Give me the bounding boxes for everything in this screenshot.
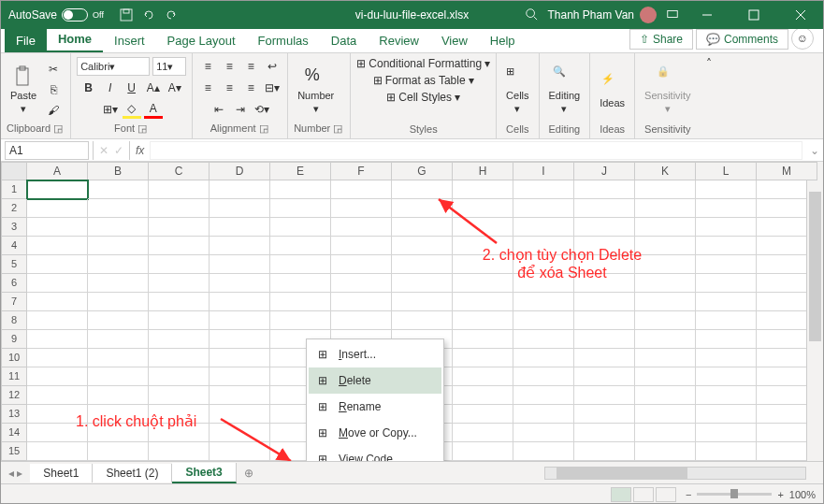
cell[interactable] xyxy=(88,274,149,293)
share-button[interactable]: ⇧Share xyxy=(629,29,693,50)
cell[interactable] xyxy=(574,218,635,237)
cell[interactable] xyxy=(27,424,88,442)
row-header[interactable]: 3 xyxy=(1,218,27,237)
column-header[interactable]: I xyxy=(513,162,574,180)
number-format-button[interactable]: % Number▾ xyxy=(294,64,338,117)
column-header[interactable]: K xyxy=(635,162,696,180)
cell[interactable] xyxy=(149,180,210,199)
cell[interactable] xyxy=(27,199,88,218)
cell[interactable] xyxy=(27,349,88,367)
cell[interactable] xyxy=(331,199,392,218)
cell[interactable] xyxy=(88,293,149,311)
cell[interactable] xyxy=(574,330,635,349)
cells-button[interactable]: ⊞Cells▾ xyxy=(502,64,532,117)
feedback-button[interactable]: ☺ xyxy=(791,27,814,50)
sheet-tab-sheet1-2[interactable]: Sheet1 (2) xyxy=(93,464,172,482)
cell[interactable] xyxy=(513,255,574,274)
tab-insert[interactable]: Insert xyxy=(103,29,156,52)
row-header[interactable]: 9 xyxy=(1,330,27,349)
cell[interactable] xyxy=(270,293,331,311)
cell[interactable] xyxy=(331,180,392,199)
cell[interactable] xyxy=(27,293,88,311)
cell[interactable] xyxy=(88,367,149,386)
undo-icon[interactable] xyxy=(141,7,156,22)
editing-button[interactable]: 🔍Editing▾ xyxy=(545,64,585,117)
zoom-out-button[interactable]: − xyxy=(686,489,691,500)
cell[interactable] xyxy=(696,330,757,349)
row-header[interactable]: 1 xyxy=(1,180,27,199)
cell[interactable] xyxy=(210,274,270,293)
orientation-icon[interactable]: ⟲▾ xyxy=(253,100,271,119)
cell[interactable] xyxy=(210,349,270,367)
cell[interactable] xyxy=(331,274,392,293)
cell[interactable] xyxy=(149,349,210,367)
cell[interactable] xyxy=(88,237,149,255)
cell[interactable] xyxy=(27,237,88,255)
cell[interactable] xyxy=(392,180,453,199)
cell[interactable] xyxy=(27,367,88,386)
cell[interactable] xyxy=(392,218,453,237)
cell[interactable] xyxy=(88,199,149,218)
cell[interactable] xyxy=(210,255,270,274)
dialog-launcher-icon[interactable]: ◲ xyxy=(333,122,342,134)
row-header[interactable]: 15 xyxy=(1,442,27,461)
font-size-select[interactable]: 11 ▾ xyxy=(152,57,186,76)
cell[interactable] xyxy=(149,237,210,255)
collapse-ribbon-icon[interactable]: ˄ xyxy=(701,53,717,138)
cell[interactable] xyxy=(210,237,270,255)
borders-icon[interactable]: ⊞▾ xyxy=(101,100,120,119)
row-header[interactable]: 4 xyxy=(1,237,27,255)
cell[interactable] xyxy=(210,367,270,386)
zoom-level[interactable]: 100% xyxy=(789,489,816,500)
cell[interactable] xyxy=(574,274,635,293)
font-family-select[interactable]: Calibri ▾ xyxy=(77,57,150,76)
column-header[interactable]: H xyxy=(453,162,513,180)
align-center-icon[interactable]: ≡ xyxy=(220,79,239,97)
cell[interactable] xyxy=(635,405,696,424)
menu-item-view-code[interactable]: ⊞View Code xyxy=(309,446,441,461)
merge-icon[interactable]: ⊟▾ xyxy=(263,79,282,97)
cell[interactable] xyxy=(453,349,513,367)
menu-item-delete[interactable]: ⊞Delete xyxy=(309,367,441,394)
row-header[interactable]: 6 xyxy=(1,274,27,293)
cell[interactable] xyxy=(149,330,210,349)
cell[interactable] xyxy=(635,180,696,199)
row-header[interactable]: 5 xyxy=(1,255,27,274)
cell[interactable] xyxy=(635,386,696,405)
cell[interactable] xyxy=(149,424,210,442)
fill-color-icon[interactable]: ◇ xyxy=(123,100,141,119)
vertical-scrollbar[interactable] xyxy=(806,180,823,461)
dialog-launcher-icon[interactable]: ◲ xyxy=(53,122,63,134)
align-right-icon[interactable]: ≡ xyxy=(241,79,260,97)
cell[interactable] xyxy=(635,293,696,311)
tab-help[interactable]: Help xyxy=(479,29,527,52)
cell[interactable] xyxy=(453,255,513,274)
cell[interactable] xyxy=(696,424,757,442)
cell[interactable] xyxy=(513,386,574,405)
normal-view-icon[interactable] xyxy=(611,487,631,502)
cell[interactable] xyxy=(635,199,696,218)
cell[interactable] xyxy=(88,386,149,405)
comments-button[interactable]: 💬Comments xyxy=(696,29,788,50)
cell[interactable] xyxy=(88,180,149,199)
cell[interactable] xyxy=(88,330,149,349)
cell[interactable] xyxy=(574,255,635,274)
cell[interactable] xyxy=(210,386,270,405)
cell[interactable] xyxy=(27,442,88,461)
column-header[interactable]: F xyxy=(331,162,392,180)
column-header[interactable]: J xyxy=(574,162,635,180)
cell[interactable] xyxy=(149,255,210,274)
row-header[interactable]: 12 xyxy=(1,386,27,405)
cell[interactable] xyxy=(210,199,270,218)
cell[interactable] xyxy=(149,442,210,461)
column-header[interactable]: M xyxy=(757,162,817,180)
cell[interactable] xyxy=(635,274,696,293)
align-bottom-icon[interactable]: ≡ xyxy=(241,57,260,76)
cell[interactable] xyxy=(574,367,635,386)
cell[interactable] xyxy=(453,180,513,199)
font-color-icon[interactable]: A xyxy=(144,100,163,119)
row-header[interactable]: 13 xyxy=(1,405,27,424)
cell[interactable] xyxy=(88,405,149,424)
cell[interactable] xyxy=(88,218,149,237)
cell[interactable] xyxy=(574,199,635,218)
